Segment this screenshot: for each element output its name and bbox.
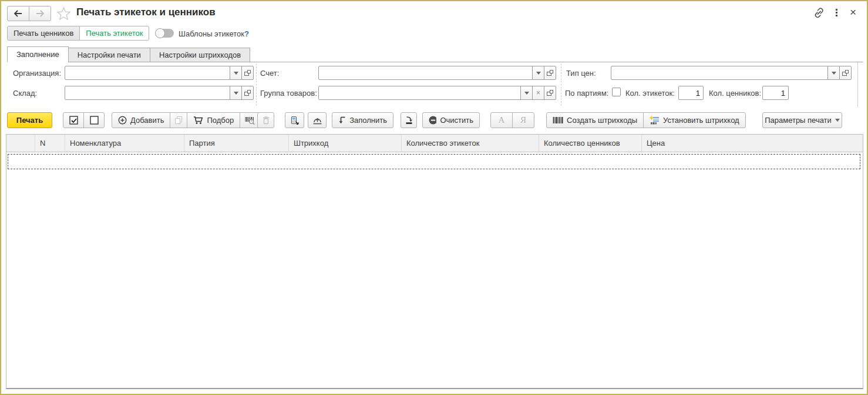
data-terminal-button[interactable]	[285, 112, 304, 128]
warehouse-input[interactable]	[65, 86, 230, 100]
organization-open-button[interactable]	[241, 66, 254, 80]
fill-button[interactable]: Заполнить	[332, 112, 393, 128]
help-link[interactable]: ?	[244, 29, 249, 38]
column-header-selector[interactable]	[6, 135, 35, 152]
organization-dropdown-button[interactable]	[230, 66, 242, 80]
uncheck-all-button[interactable]	[83, 112, 105, 128]
set-barcode-icon	[650, 116, 660, 125]
label-templates-label: Шаблоны этикеток	[179, 29, 244, 38]
clear-x-icon: ×	[536, 89, 540, 96]
check-all-button[interactable]	[63, 112, 84, 128]
delete-button[interactable]	[257, 112, 274, 128]
label-printing-window: Печать этикеток и ценников × Печать ценн…	[0, 0, 868, 395]
items-table: N Номенклатура Партия Штрихкод Количеств…	[6, 134, 863, 389]
column-header-tags-qty[interactable]: Количество ценников	[539, 135, 642, 152]
toggle-off-icon	[155, 28, 165, 38]
column-header-batch[interactable]: Партия	[184, 135, 289, 152]
dropdown-caret-icon	[832, 72, 836, 75]
column-header-barcode[interactable]: Штрихкод	[289, 135, 402, 152]
create-barcodes-label: Создать штрихкоды	[567, 116, 637, 125]
price-type-open-button[interactable]	[839, 66, 852, 80]
account-field	[318, 66, 556, 80]
clear-button-label: Очистить	[440, 116, 473, 125]
column-header-labels-qty[interactable]: Количество этикеток	[402, 135, 539, 152]
panel-right-edge	[857, 62, 858, 107]
print-price-tags-button[interactable]: Печать ценников	[7, 26, 80, 41]
warehouse-open-button[interactable]	[241, 86, 254, 100]
tab-barcode-settings[interactable]: Настройки штрихкодов	[150, 48, 250, 62]
price-type-field	[611, 66, 852, 80]
back-icon	[14, 10, 23, 17]
dropdown-caret-icon	[234, 92, 238, 95]
back-button[interactable]	[7, 6, 29, 21]
tags-qty-label: Кол. ценников:	[709, 89, 761, 98]
fill-from-icon	[405, 116, 413, 125]
add-button-label: Добавить	[130, 116, 164, 125]
open-form-icon	[842, 70, 849, 76]
account-dropdown-button[interactable]	[532, 66, 544, 80]
goods-group-input[interactable]	[318, 86, 521, 100]
column-header-n[interactable]: N	[35, 135, 65, 152]
nav-history-group	[7, 6, 51, 21]
empty-row-focus[interactable]	[8, 154, 860, 169]
sort-desc-button[interactable]: Я	[512, 112, 534, 128]
copy-icon	[174, 116, 183, 125]
pick-button[interactable]: Подбор	[187, 112, 240, 128]
pick-button-label: Подбор	[207, 116, 234, 125]
barcode-icon	[553, 116, 563, 124]
organization-input[interactable]	[65, 66, 230, 80]
set-barcode-button[interactable]: Установить штрихкод	[643, 112, 746, 128]
print-params-button[interactable]: Параметры печати	[762, 112, 842, 128]
print-labels-button[interactable]: Печать этикеток	[79, 26, 149, 41]
goods-group-label: Группа товаров:	[260, 89, 317, 98]
copy-button[interactable]	[170, 112, 187, 128]
tab-print-settings[interactable]: Настройки печати	[68, 48, 150, 62]
add-button[interactable]: Добавить	[112, 112, 170, 128]
fill-arrow-icon	[338, 116, 346, 125]
link-icon[interactable]	[813, 7, 825, 19]
account-input[interactable]	[318, 66, 533, 80]
favorite-star-icon[interactable]	[56, 6, 71, 21]
scales-upload-icon	[312, 116, 322, 125]
organization-label: Организация:	[13, 69, 61, 78]
more-dots-icon[interactable]	[836, 9, 837, 16]
column-header-price[interactable]: Цена	[642, 135, 863, 152]
print-button[interactable]: Печать	[7, 112, 52, 128]
fields-separator	[256, 63, 257, 106]
price-type-input[interactable]	[611, 66, 828, 80]
barcode-search-icon	[244, 116, 255, 125]
tags-qty-input[interactable]	[762, 86, 789, 100]
price-type-label: Тип цен:	[566, 69, 596, 78]
goods-group-open-button[interactable]	[544, 86, 556, 100]
add-plus-icon	[118, 116, 127, 125]
forward-icon	[35, 10, 45, 17]
data-terminal-icon	[290, 116, 300, 125]
clear-button[interactable]: Очистить	[422, 112, 480, 128]
labels-qty-input[interactable]	[678, 86, 704, 100]
sort-asc-button[interactable]: А	[490, 112, 513, 128]
forward-button[interactable]	[29, 6, 51, 21]
open-form-icon	[244, 90, 251, 96]
barcode-group: Создать штрихкоды Установить штрихкод	[546, 112, 746, 128]
fill-from-button[interactable]	[401, 112, 417, 128]
close-icon[interactable]: ×	[850, 6, 856, 19]
column-header-nomenclature[interactable]: Номенклатура	[65, 135, 184, 152]
dropdown-caret-icon	[234, 72, 238, 75]
goods-group-clear-button[interactable]: ×	[532, 86, 544, 100]
by-batches-checkbox[interactable]	[612, 88, 621, 96]
minus-circle-icon	[429, 116, 436, 125]
warehouse-label: Склад:	[13, 89, 37, 98]
account-open-button[interactable]	[544, 66, 556, 80]
tab-fill[interactable]: Заполнение	[7, 46, 69, 62]
by-batches-label: По партиям:	[565, 89, 608, 98]
label-templates-toggle[interactable]	[156, 29, 174, 38]
price-type-dropdown-button[interactable]	[827, 66, 840, 80]
open-form-icon	[244, 70, 251, 76]
account-label: Счет:	[260, 69, 279, 78]
warehouse-dropdown-button[interactable]	[230, 86, 242, 100]
goods-group-dropdown-button[interactable]	[520, 86, 533, 100]
page-title: Печать этикеток и ценников	[76, 6, 216, 18]
scales-upload-button[interactable]	[308, 112, 327, 128]
create-barcodes-button[interactable]: Создать штрихкоды	[546, 112, 644, 128]
fill-button-label: Заполнить	[349, 116, 387, 125]
